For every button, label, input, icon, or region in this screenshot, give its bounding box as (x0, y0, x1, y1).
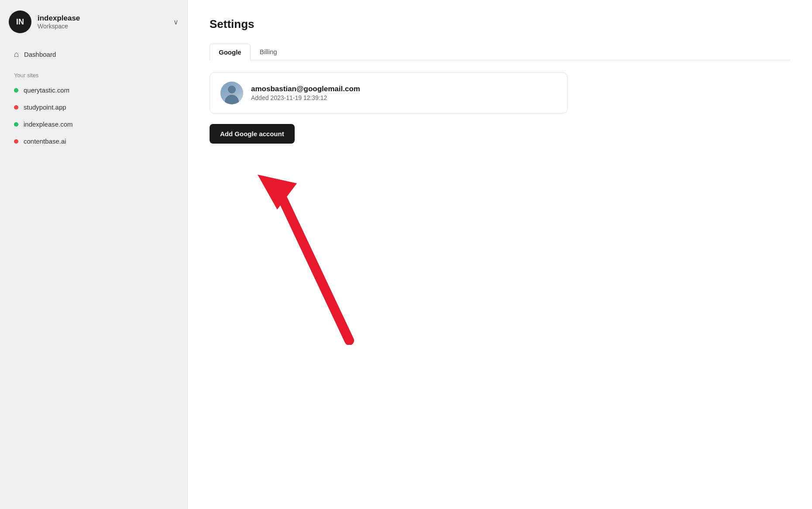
workspace-name: indexplease (38, 14, 167, 23)
account-info: amosbastian@googlemail.com Added 2023-11… (251, 85, 557, 101)
account-added-date: Added 2023-11-19 12:39:12 (251, 94, 557, 101)
workspace-avatar: IN (9, 10, 31, 33)
add-button-section: Add Google account (210, 124, 295, 144)
site-name: indexplease.com (24, 120, 73, 128)
add-google-account-button[interactable]: Add Google account (210, 124, 295, 144)
person-body (225, 95, 239, 104)
avatar-image (220, 82, 243, 104)
sites-section-label: Your sites (9, 65, 179, 82)
person-head (228, 86, 236, 93)
chevron-down-icon: ∨ (173, 18, 179, 26)
workspace-label: Workspace (38, 23, 167, 30)
tab-google[interactable]: Google (210, 44, 251, 60)
site-name: studypoint.app (24, 103, 66, 111)
status-dot-green (14, 88, 18, 93)
workspace-header[interactable]: IN indexplease Workspace ∨ (9, 10, 179, 45)
status-dot-red (14, 139, 18, 144)
status-dot-green (14, 122, 18, 127)
sidebar-item-dashboard[interactable]: ⌂ Dashboard (9, 45, 179, 63)
sidebar: IN indexplease Workspace ∨ ⌂ Dashboard Y… (0, 0, 188, 509)
workspace-info: indexplease Workspace (38, 14, 167, 30)
main-content: Settings Google Billing amosbastian@goog… (188, 0, 812, 509)
status-dot-red (14, 105, 18, 110)
page-title: Settings (210, 17, 790, 31)
home-icon: ⌂ (14, 50, 19, 59)
sidebar-item-indexplease[interactable]: indexplease.com (9, 116, 179, 132)
settings-tabs: Google Billing (210, 43, 790, 60)
sidebar-item-studypoint[interactable]: studypoint.app (9, 99, 179, 115)
site-name: contentbase.ai (24, 138, 66, 145)
avatar (220, 82, 243, 104)
sidebar-item-label: Dashboard (24, 51, 56, 58)
account-email: amosbastian@googlemail.com (251, 85, 557, 93)
sidebar-item-contentbase[interactable]: contentbase.ai (9, 133, 179, 149)
tab-billing[interactable]: Billing (251, 43, 286, 60)
google-account-card: amosbastian@googlemail.com Added 2023-11… (210, 72, 568, 113)
sidebar-item-querytastic[interactable]: querytastic.com (9, 82, 179, 98)
site-name: querytastic.com (24, 86, 69, 94)
